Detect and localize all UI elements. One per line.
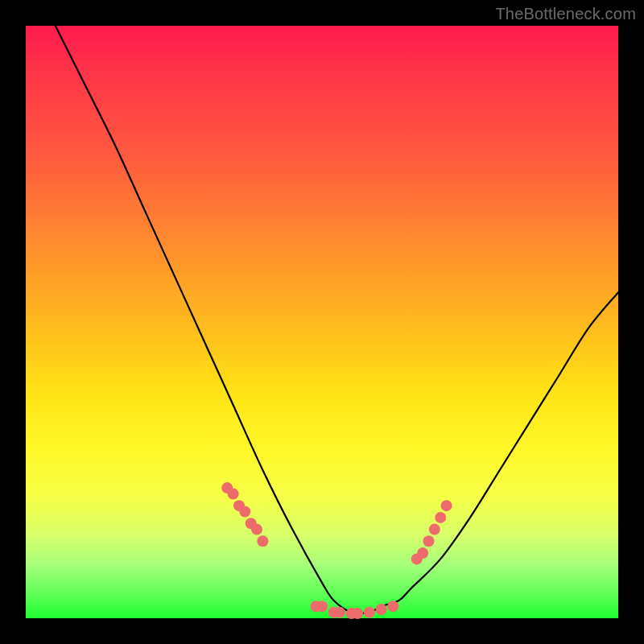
marker-dot xyxy=(364,607,375,618)
curve-svg xyxy=(26,26,618,618)
marker-dot xyxy=(387,601,398,612)
marker-dot xyxy=(417,547,428,559)
marker-dot xyxy=(334,607,345,618)
marker-dot xyxy=(376,604,387,615)
marker-dot xyxy=(435,512,446,523)
chart-stage: TheBottleneck.com xyxy=(0,0,644,644)
bottleneck-curve xyxy=(56,26,618,613)
marker-dot xyxy=(423,535,434,547)
plot-area xyxy=(26,26,618,618)
watermark-text: TheBottleneck.com xyxy=(495,5,636,23)
marker-dot xyxy=(228,488,239,499)
marker-dot xyxy=(429,524,440,535)
marker-dot xyxy=(251,524,262,535)
marker-dot xyxy=(441,500,452,511)
marker-dot xyxy=(316,601,328,612)
marker-dot xyxy=(352,608,363,619)
highlighted-points xyxy=(221,482,452,619)
marker-dot xyxy=(239,506,250,518)
marker-dot xyxy=(257,535,268,547)
